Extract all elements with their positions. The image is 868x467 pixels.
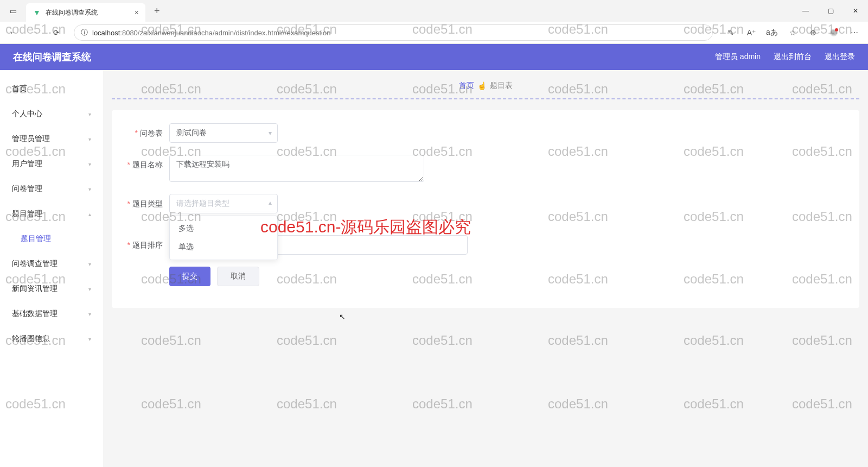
sidebar-item-carousel[interactable]: 轮播图信息▾: [0, 326, 103, 351]
sidebar-item-question[interactable]: 题目管理▴: [0, 201, 103, 226]
sidebar-item-news[interactable]: 新闻资讯管理▾: [0, 276, 103, 301]
app-title: 在线问卷调查系统: [13, 51, 91, 64]
chevron-down-icon: ▾: [88, 111, 91, 117]
user-label[interactable]: 管理员 admin: [715, 52, 761, 62]
paper-select-value: 测试问卷: [176, 128, 207, 138]
chevron-down-icon: ▾: [88, 261, 91, 267]
vue-favicon: ▼: [33, 8, 41, 17]
paper-label: *问卷表: [120, 123, 169, 143]
chevron-up-icon: ▾: [269, 200, 272, 207]
paper-select[interactable]: 测试问卷 ▾: [169, 123, 278, 143]
name-label: *题目名称: [120, 155, 169, 174]
browser-toolbar: ← → ⟳ ⓘ localhost:8080/zaixianwenjuandia…: [0, 22, 868, 43]
edit-icon[interactable]: ✎: [722, 24, 740, 41]
close-window-button[interactable]: ✕: [843, 0, 868, 22]
chevron-down-icon: ▾: [88, 136, 91, 142]
chevron-down-icon: ▾: [269, 129, 272, 137]
refresh-button[interactable]: ⟳: [48, 24, 65, 41]
type-option-multi[interactable]: 多选: [170, 219, 277, 238]
minimize-button[interactable]: —: [793, 0, 818, 22]
breadcrumb-home[interactable]: 首页: [459, 81, 474, 91]
new-tab-button[interactable]: +: [150, 5, 164, 17]
translate-icon[interactable]: aあ: [763, 24, 781, 41]
cursor-icon: ↖: [339, 312, 346, 321]
chevron-up-icon: ▴: [88, 211, 91, 217]
divider: [112, 98, 859, 99]
app-header: 在线问卷调查系统 管理员 admin 退出到前台 退出登录: [0, 44, 868, 70]
sidebar-item-home[interactable]: 首页: [0, 77, 103, 102]
favorites-icon[interactable]: ☆: [783, 24, 802, 41]
sidebar-item-admin[interactable]: 管理员管理▾: [0, 127, 103, 152]
chevron-down-icon: ▾: [88, 311, 91, 317]
sidebar-item-basedata[interactable]: 基础数据管理▾: [0, 301, 103, 326]
sidebar-item-paper[interactable]: 问卷管理▾: [0, 176, 103, 201]
sort-label: *题目排序: [120, 235, 169, 255]
sidebar-item-users[interactable]: 用户管理▾: [0, 152, 103, 176]
read-aloud-icon[interactable]: A⁺: [742, 24, 761, 41]
type-dropdown: 多选 单选: [169, 216, 278, 260]
url-host: localhost: [92, 29, 120, 37]
sidebar-sub-question-manage[interactable]: 题目管理: [0, 226, 103, 251]
url-path: /zaixianwenjuandiaocha/admin/dist/index.…: [138, 29, 331, 37]
logout-link[interactable]: 退出登录: [825, 52, 855, 62]
browser-titlebar: ▭ ▼ 在线问卷调查系统 × + — ▢ ✕: [0, 0, 868, 22]
chevron-down-icon: ▾: [88, 336, 91, 342]
name-input[interactable]: [169, 155, 424, 182]
to-front-link[interactable]: 退出到前台: [774, 52, 812, 62]
chevron-down-icon: ▾: [88, 161, 91, 167]
close-tab-icon[interactable]: ×: [135, 8, 139, 17]
submit-button[interactable]: 提交: [169, 267, 210, 286]
question-form: *问卷表 测试问卷 ▾ *题目名称 *题目类型 请选择题目类型 ▾ ↖ 多选: [112, 110, 859, 308]
address-bar[interactable]: ⓘ localhost:8080/zaixianwenjuandiaocha/a…: [74, 24, 713, 41]
tab-title: 在线问卷调查系统: [46, 8, 130, 17]
url-port: :8080: [120, 29, 138, 37]
site-info-icon[interactable]: ⓘ: [81, 28, 88, 37]
sidebar: 首页 个人中心▾ 管理员管理▾ 用户管理▾ 问卷管理▾ 题目管理▴ 题目管理 问…: [0, 70, 103, 467]
browser-tab[interactable]: ▼ 在线问卷调查系统 ×: [26, 3, 145, 22]
collections-icon[interactable]: ⊕: [804, 24, 822, 41]
type-select[interactable]: 请选择题目类型 ▾: [169, 194, 278, 213]
type-select-placeholder: 请选择题目类型: [176, 199, 229, 209]
sidebar-item-survey[interactable]: 问卷调查管理▾: [0, 251, 103, 276]
menu-icon[interactable]: ⋯: [845, 24, 864, 41]
back-button[interactable]: ←: [4, 24, 22, 41]
sidebar-item-profile[interactable]: 个人中心▾: [0, 102, 103, 127]
profile-icon[interactable]: [825, 24, 843, 41]
main-content: 首页 ☝ 题目表 *问卷表 测试问卷 ▾ *题目名称 *题目类型 请选择题目类型: [103, 70, 868, 467]
cancel-button[interactable]: 取消: [217, 267, 259, 286]
type-option-single[interactable]: 单选: [170, 238, 277, 256]
chevron-down-icon: ▾: [88, 186, 91, 192]
type-label: *题目类型: [120, 194, 169, 213]
chevron-down-icon: ▾: [88, 286, 91, 292]
maximize-button[interactable]: ▢: [818, 0, 843, 22]
breadcrumb-separator-icon: ☝: [477, 81, 487, 90]
forward-button[interactable]: →: [26, 24, 43, 41]
breadcrumb: 首页 ☝ 题目表: [112, 77, 859, 98]
tab-manager-icon[interactable]: ▭: [10, 7, 17, 15]
breadcrumb-current: 题目表: [490, 81, 513, 91]
